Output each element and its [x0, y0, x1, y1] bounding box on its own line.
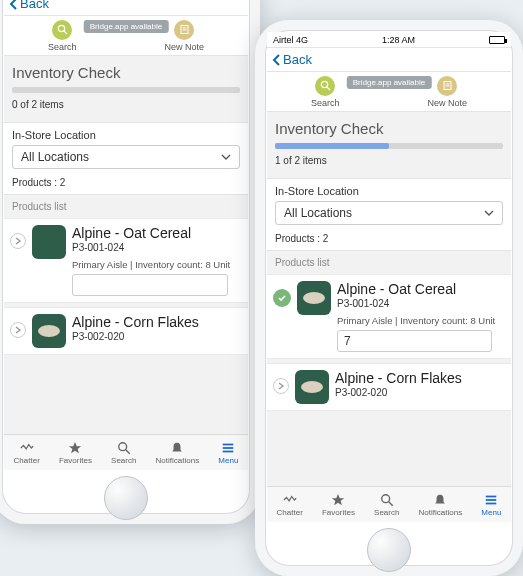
page-title: Inventory Check [4, 56, 248, 87]
product-sku: P3-001-024 [72, 242, 242, 253]
battery-icon [489, 36, 505, 44]
tab-chatter[interactable]: Chatter [14, 441, 40, 465]
tab-chatter-label: Chatter [277, 508, 303, 517]
progress-bar [275, 143, 503, 149]
chatter-icon [20, 441, 34, 455]
products-count: Products : 2 [12, 177, 240, 188]
location-select[interactable]: All Locations [12, 145, 240, 169]
tab-bar: Chatter Favorites Search Notifications M… [267, 486, 511, 522]
tab-search[interactable]: Search [111, 441, 136, 465]
location-label: In-Store Location [12, 129, 240, 141]
bell-icon [433, 493, 447, 507]
page-title: Inventory Check [267, 112, 511, 143]
expand-icon[interactable] [273, 378, 289, 394]
clock-label: 1:28 AM [382, 35, 415, 45]
product-thumb [297, 281, 331, 315]
product-body: Alpine - Corn Flakes P3-002-020 [72, 314, 242, 342]
product-body: Alpine - Corn Flakes P3-002-020 [335, 370, 505, 398]
svg-line-11 [327, 87, 330, 90]
svg-point-15 [381, 494, 389, 502]
inventory-input[interactable] [337, 330, 492, 352]
tab-menu-label: Menu [218, 456, 238, 465]
back-button[interactable]: Back [4, 0, 248, 16]
bridge-app-badge[interactable]: Bridge.app available [347, 76, 432, 89]
bridge-app-badge[interactable]: Bridge.app available [84, 20, 169, 33]
tab-favorites[interactable]: Favorites [59, 441, 92, 465]
location-label: In-Store Location [275, 185, 503, 197]
product-row[interactable]: Alpine - Oat Cereal P3-001-024 Primary A… [267, 274, 511, 359]
tab-favorites[interactable]: Favorites [322, 493, 355, 517]
tab-search[interactable]: Search [374, 493, 399, 517]
product-sku: P3-001-024 [337, 298, 505, 309]
new-note-label: New Note [164, 42, 204, 52]
svg-line-16 [388, 501, 392, 505]
chevron-down-icon [484, 209, 494, 217]
tab-menu[interactable]: Menu [481, 493, 501, 517]
search-tool[interactable]: Search [311, 76, 340, 108]
product-sku: P3-002-020 [72, 331, 242, 342]
new-note-tool[interactable]: New Note [427, 76, 467, 108]
product-title: Alpine - Corn Flakes [335, 370, 505, 386]
products-list-header: Products list [4, 195, 248, 218]
note-icon [437, 76, 457, 96]
inventory-input[interactable] [72, 274, 228, 296]
tab-menu[interactable]: Menu [218, 441, 238, 465]
check-icon[interactable] [273, 289, 291, 307]
back-button[interactable]: Back [267, 48, 511, 72]
location-select[interactable]: All Locations [275, 201, 503, 225]
svg-line-1 [64, 31, 67, 34]
tab-bar: Chatter Favorites Search Notifications M… [4, 434, 248, 470]
carrier-label: Airtel 4G [273, 35, 308, 45]
location-panel: In-Store Location All Locations Products… [4, 122, 248, 195]
product-thumb [32, 225, 66, 259]
menu-icon [484, 493, 498, 507]
product-row[interactable]: Alpine - Corn Flakes P3-002-020 [267, 363, 511, 411]
product-title: Alpine - Corn Flakes [72, 314, 242, 330]
tab-chatter-label: Chatter [14, 456, 40, 465]
home-button[interactable] [367, 528, 411, 572]
progress-bar [12, 87, 240, 93]
product-body: Alpine - Oat Cereal P3-001-024 Primary A… [72, 225, 242, 296]
tab-notifications-label: Notifications [156, 456, 200, 465]
progress-fill [275, 143, 389, 149]
screen-b: Airtel 4G 1:28 AM Back Search Bridge.app… [267, 32, 511, 522]
search-tool-label: Search [311, 98, 340, 108]
location-value: All Locations [21, 150, 89, 164]
product-thumb [32, 314, 66, 348]
svg-line-6 [125, 449, 129, 453]
svg-point-5 [118, 442, 126, 450]
svg-point-0 [58, 25, 64, 31]
product-thumb [295, 370, 329, 404]
bell-icon [170, 441, 184, 455]
expand-icon[interactable] [10, 322, 26, 338]
search-tool-label: Search [48, 42, 77, 52]
expand-icon[interactable] [10, 233, 26, 249]
tab-favorites-label: Favorites [322, 508, 355, 517]
new-note-tool[interactable]: New Note [164, 20, 204, 52]
progress-text: 0 of 2 items [4, 99, 248, 116]
back-label: Back [283, 52, 312, 67]
note-icon [174, 20, 194, 40]
svg-point-10 [321, 81, 327, 87]
product-row[interactable]: Alpine - Oat Cereal P3-001-024 Primary A… [4, 218, 248, 303]
tab-notifications-label: Notifications [419, 508, 463, 517]
tab-favorites-label: Favorites [59, 456, 92, 465]
search-icon [117, 441, 131, 455]
search-tool[interactable]: Search [48, 20, 77, 52]
status-bar: Airtel 4G 1:28 AM [267, 32, 511, 48]
search-icon [315, 76, 335, 96]
chatter-icon [283, 493, 297, 507]
product-title: Alpine - Oat Cereal [72, 225, 242, 241]
home-button[interactable] [104, 476, 148, 520]
product-title: Alpine - Oat Cereal [337, 281, 505, 297]
tab-notifications[interactable]: Notifications [156, 441, 200, 465]
product-sku: P3-002-020 [335, 387, 505, 398]
product-row[interactable]: Alpine - Corn Flakes P3-002-020 [4, 307, 248, 355]
chevron-down-icon [221, 153, 231, 161]
tab-notifications[interactable]: Notifications [419, 493, 463, 517]
tab-chatter[interactable]: Chatter [277, 493, 303, 517]
product-meta: Primary Aisle | Inventory count: 8 Unit [72, 259, 242, 270]
chevron-left-icon [8, 0, 18, 10]
tool-row: Search Bridge.app available New Note [267, 72, 511, 112]
new-note-label: New Note [427, 98, 467, 108]
